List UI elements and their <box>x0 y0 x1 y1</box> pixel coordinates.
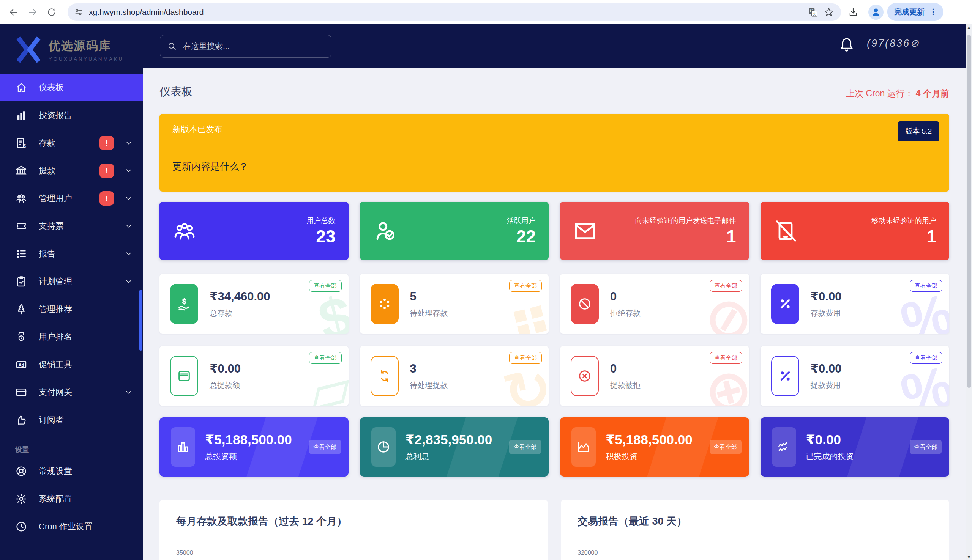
version-chip[interactable]: 版本 5.2 <box>898 122 939 141</box>
bookmark-star-icon[interactable] <box>821 5 837 20</box>
chart-card-transaction-report: 交易报告（最近 30 天） 320000 <box>561 500 949 560</box>
scroll-down-arrow[interactable]: ▼ <box>966 555 972 559</box>
window-scrollbar[interactable]: ▲ ▼ <box>966 24 972 560</box>
summary-card-deposit-charges: 查看全部 ₹0.00存款费用 % <box>760 274 950 334</box>
stat-card-active-users: 活跃用户22 <box>360 202 549 260</box>
chart-title: 每月存款及取款报告（过去 12 个月） <box>176 515 531 528</box>
sidebar-item-general-settings[interactable]: 常规设置 <box>0 457 143 485</box>
deco-glyph: ⊘ <box>698 285 749 334</box>
sidebar-item-label: 支付网关 <box>39 387 72 398</box>
language-selector-garbled[interactable]: (97(836⊘ <box>867 37 920 49</box>
alert-badge: ! <box>100 163 114 178</box>
profile-avatar[interactable] <box>868 5 883 20</box>
translate-icon[interactable]: G文 <box>805 5 820 20</box>
stat-value: 1 <box>635 227 736 245</box>
sidebar-item-label: 常规设置 <box>39 465 72 477</box>
search-input[interactable] <box>182 42 324 51</box>
view-all-badge[interactable]: 查看全部 <box>509 352 542 364</box>
sidebar-item-system-configuration[interactable]: 系统配置 <box>0 485 143 513</box>
svg-text:文: 文 <box>813 12 816 15</box>
summary-label: 拒绝存款 <box>610 308 641 318</box>
envelope-icon <box>573 219 597 243</box>
chrome-menu-icon[interactable]: ⋮ <box>929 7 938 17</box>
chrome-update-button[interactable]: 完成更新 ⋮ <box>887 3 943 21</box>
whats-new-link[interactable]: 更新内容是什么？ <box>172 160 248 173</box>
sidebar-item-manage-referrals[interactable]: 管理推荐 <box>0 295 143 323</box>
sidebar-item-label: 系统配置 <box>39 493 72 505</box>
sidebar-item-plan-management[interactable]: 计划管理 <box>0 267 143 295</box>
reload-icon[interactable] <box>44 5 59 20</box>
browser-chrome: xg.hwym.shop/admin/dashboard G文 完成更新 ⋮ <box>0 0 972 24</box>
sidebar-item-manage-users[interactable]: 管理用户 ! <box>0 184 143 212</box>
cron-status: 上次 Cron 运行：4 个月前 <box>846 88 949 99</box>
view-all-badge[interactable]: 查看全部 <box>309 280 342 292</box>
sidebar-item-promo-tools[interactable]: Ad 促销工具 <box>0 350 143 378</box>
sidebar-item-label: 管理推荐 <box>39 303 72 315</box>
view-all-badge[interactable]: 查看全部 <box>710 280 742 292</box>
back-icon[interactable] <box>6 5 21 20</box>
waves-icon <box>772 427 796 467</box>
sidebar-item-label: 管理用户 <box>39 193 72 204</box>
download-icon[interactable] <box>845 5 861 20</box>
view-all-badge[interactable]: 查看全部 <box>910 280 942 292</box>
view-all-button[interactable]: 查看全部 <box>309 440 341 454</box>
sidebar-item-dashboard[interactable]: 仪表板 <box>0 73 143 101</box>
scroll-up-arrow[interactable]: ▲ <box>966 25 972 30</box>
summary-value: 3 <box>410 362 448 376</box>
sidebar-item-payment-gateways[interactable]: 支付网关 <box>0 378 143 406</box>
invest-card-completed-investments: ₹0.00已完成的投资 查看全部 <box>760 417 950 477</box>
page-title: 仪表板 <box>159 84 192 99</box>
sidebar-item-investment-report[interactable]: 投资报告 <box>0 101 143 129</box>
search-box[interactable] <box>160 35 331 58</box>
notification-bell-icon[interactable] <box>839 35 855 53</box>
topbar: (97(836⊘ <box>143 24 972 68</box>
hand-dollar-icon <box>170 284 198 324</box>
summary-label: 总存款 <box>210 308 270 318</box>
sidebar-item-cron-settings[interactable]: Cron 作业设置 <box>0 513 143 540</box>
sidebar-item-support-tickets[interactable]: 支持票 <box>0 212 143 240</box>
stat-label: 用户总数 <box>307 216 336 226</box>
address-bar[interactable]: xg.hwym.shop/admin/dashboard G文 <box>68 3 841 21</box>
sidebar-item-deposits[interactable]: $ 存款 ! <box>0 129 143 157</box>
forward-icon[interactable] <box>25 5 40 20</box>
view-all-button[interactable]: 查看全部 <box>509 440 541 454</box>
bar-chart-icon <box>15 109 27 122</box>
sidebar-scrollbar-thumb[interactable] <box>139 290 142 350</box>
summary-label: 存款费用 <box>811 308 842 318</box>
view-all-badge[interactable]: 查看全部 <box>509 280 542 292</box>
view-all-badge[interactable]: 查看全部 <box>910 352 942 364</box>
sidebar-item-label: 支持票 <box>39 220 64 232</box>
sidebar-item-label: 提款 <box>39 165 55 177</box>
sidebar-item-reports[interactable]: 报告 <box>0 240 143 267</box>
column-chart-icon <box>171 427 195 467</box>
bank-icon <box>15 165 27 177</box>
summary-value: ₹0.00 <box>811 290 842 303</box>
alert-badge: ! <box>100 191 114 206</box>
view-all-badge[interactable]: 查看全部 <box>309 352 342 364</box>
sidebar-item-subscribers[interactable]: 订阅者 <box>0 406 143 434</box>
deco-glyph: ↻ <box>498 357 549 406</box>
circle-x-icon <box>571 356 599 396</box>
view-all-button[interactable]: 查看全部 <box>910 440 942 454</box>
sidebar-item-label: 投资报告 <box>39 110 72 121</box>
invest-label: 积极投资 <box>606 451 693 462</box>
scrollbar-thumb[interactable] <box>967 35 971 388</box>
stat-value: 22 <box>507 227 536 245</box>
site-info-icon[interactable] <box>73 7 84 17</box>
banner-divider <box>159 151 949 151</box>
brand-logo[interactable]: 优选源码库 YOUXUANYUANMAKU <box>0 24 143 73</box>
cron-value: 4 个月前 <box>916 88 949 98</box>
stat-value: 23 <box>307 227 336 245</box>
sidebar-item-user-ranking[interactable]: 用户排名 <box>0 323 143 350</box>
main-content: 仪表板 上次 Cron 运行：4 个月前 新版本已发布 版本 5.2 更新内容是… <box>143 68 966 560</box>
sidebar-item-withdrawals[interactable]: 提款 ! <box>0 157 143 184</box>
invest-label: 总投资额 <box>205 451 292 462</box>
summary-label: 总提款额 <box>210 380 241 390</box>
brand-title: 优选源码库 <box>48 38 124 54</box>
view-all-button[interactable]: 查看全部 <box>710 440 742 454</box>
sidebar-item-label: 报告 <box>39 248 55 260</box>
sidebar-item-label: 计划管理 <box>39 276 72 287</box>
url-text[interactable]: xg.hwym.shop/admin/dashboard <box>89 8 204 17</box>
view-all-badge[interactable]: 查看全部 <box>710 352 742 364</box>
chevron-down-icon <box>125 139 133 147</box>
